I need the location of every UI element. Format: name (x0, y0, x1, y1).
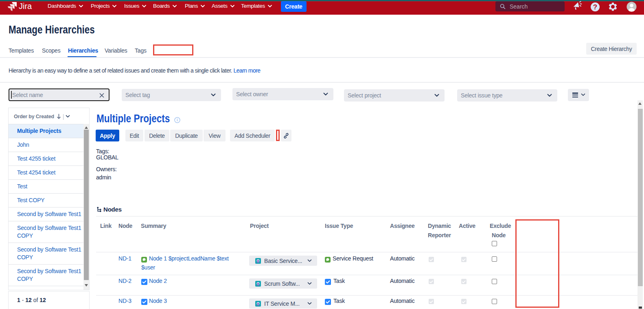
svg-text:?: ? (593, 3, 597, 11)
